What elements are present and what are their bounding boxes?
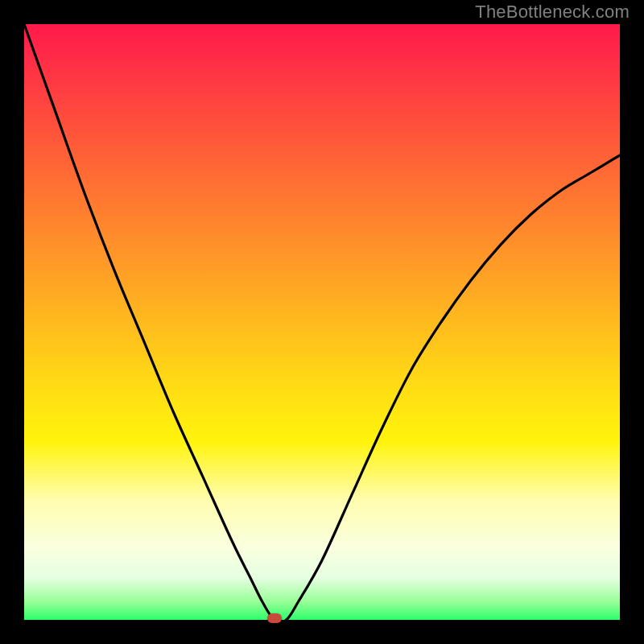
attribution-text: TheBottleneck.com — [475, 2, 630, 23]
plot-area — [24, 24, 620, 620]
chart-frame: TheBottleneck.com — [0, 0, 644, 644]
minimum-marker — [267, 613, 282, 623]
bottleneck-curve — [24, 24, 620, 620]
